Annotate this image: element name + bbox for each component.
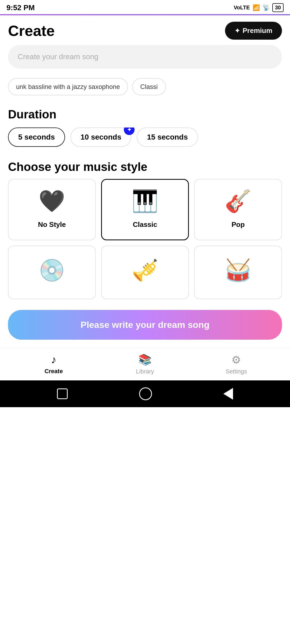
style-card-no-style[interactable]: 🖤 No Style	[8, 179, 96, 240]
no-style-label: No Style	[38, 220, 66, 229]
create-nav-label: Create	[44, 368, 63, 375]
library-nav-icon: 📚	[138, 353, 152, 366]
cta-container: Please write your dream song	[0, 299, 290, 348]
bottom-nav: ♪ Create 📚 Library ⚙ Settings	[0, 348, 290, 380]
style-card-vinyl[interactable]: 💿	[8, 246, 96, 299]
classic-icon: 🎹	[132, 190, 158, 212]
wifi-icon: 📡	[262, 4, 270, 11]
style-card-classic[interactable]: 🎹 Classic	[101, 179, 189, 240]
search-container	[0, 45, 290, 74]
chips-container: unk bassline with a jazzy saxophone Clas…	[0, 74, 290, 100]
duration-15s[interactable]: 15 seconds	[137, 128, 198, 147]
page-header: Create ✦ Premium	[0, 15, 290, 45]
volte-icon: VoLTE	[234, 5, 250, 11]
classic-label: Classic	[133, 220, 157, 229]
status-icons: VoLTE 📶 📡 30	[234, 3, 284, 12]
android-nav-bar	[0, 380, 290, 407]
settings-nav-icon: ⚙	[231, 354, 241, 366]
style-card-pop[interactable]: 🎸 Pop	[194, 179, 282, 240]
duration-badge: ✦	[124, 128, 135, 135]
library-nav-label: Library	[136, 368, 154, 375]
cta-label: Please write your dream song	[81, 320, 209, 330]
android-recents-button[interactable]	[57, 388, 68, 399]
create-nav-icon: ♪	[51, 354, 56, 366]
pop-label: Pop	[231, 220, 245, 229]
android-back-button[interactable]	[223, 388, 233, 400]
style-card-brass[interactable]: 🎺	[101, 246, 189, 299]
status-time: 9:52 PM	[6, 3, 35, 12]
battery-container: 30	[272, 3, 284, 12]
duration-options: 5 seconds 10 seconds ✦ 15 seconds	[8, 128, 282, 147]
status-bar: 9:52 PM VoLTE 📶 📡 30	[0, 0, 290, 14]
settings-nav-label: Settings	[226, 368, 247, 375]
premium-button[interactable]: ✦ Premium	[225, 22, 282, 40]
duration-5s[interactable]: 5 seconds	[8, 128, 65, 147]
page-title: Create	[8, 22, 55, 39]
brass-icon: 🎺	[132, 260, 158, 281]
search-input[interactable]	[8, 45, 282, 69]
battery-level: 30	[275, 5, 281, 11]
android-home-button[interactable]	[139, 387, 152, 400]
vinyl-icon: 💿	[39, 260, 65, 281]
premium-star-icon: ✦	[235, 27, 240, 35]
nav-item-settings[interactable]: ⚙ Settings	[191, 354, 282, 375]
style-grid-row1: 🖤 No Style 🎹 Classic 🎸 Pop	[0, 179, 290, 240]
duration-section: Duration 5 seconds 10 seconds ✦ 15 secon…	[0, 100, 290, 152]
duration-title: Duration	[8, 108, 282, 121]
signal-icon: 📶	[253, 4, 260, 11]
nav-item-create[interactable]: ♪ Create	[8, 354, 99, 375]
duration-10s[interactable]: 10 seconds ✦	[70, 128, 132, 147]
style-grid-row2: 💿 🎺 🥁	[0, 240, 290, 299]
chip-1[interactable]: Classi	[132, 78, 166, 95]
badge-star-icon: ✦	[127, 128, 132, 133]
nav-item-library[interactable]: 📚 Library	[99, 353, 190, 375]
premium-label: Premium	[243, 27, 272, 35]
chip-0[interactable]: unk bassline with a jazzy saxophone	[8, 78, 128, 95]
pop-icon: 🎸	[225, 190, 251, 212]
music-style-title: Choose your music style	[0, 152, 290, 179]
cta-button[interactable]: Please write your dream song	[8, 310, 282, 340]
drums-icon: 🥁	[225, 260, 251, 281]
style-card-drums[interactable]: 🥁	[194, 246, 282, 299]
no-style-icon: 🖤	[39, 190, 65, 212]
